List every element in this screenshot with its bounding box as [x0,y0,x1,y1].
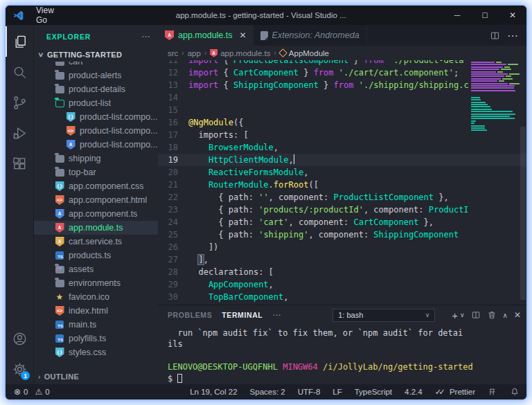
breadcrumb-label: AppModule [289,49,329,57]
status-4-2-4[interactable]: 4.2.4 [405,388,423,396]
ng-yellow-icon: A [55,237,64,246]
line-number: 22 [158,191,188,204]
chevron-right-icon: › [38,373,41,381]
tree-item-shipping[interactable]: shipping [34,152,158,165]
tree-item-product-alerts[interactable]: product-alerts [34,69,158,82]
tree-item-cart[interactable]: cart [34,62,158,69]
tree-item-label: app.component.css [69,181,143,191]
tree-item-main-ts[interactable]: TSmain.ts [34,318,158,332]
tree-item-top-bar[interactable]: top-bar [34,165,158,179]
outline-section[interactable]: › OUTLINE [34,369,158,384]
tree-item-label: products.ts [69,251,111,260]
code-line-26: 26 ]) [158,241,526,253]
close-button[interactable]: ✕ [499,6,526,25]
tree-item-product-list-compo-[interactable]: <>product-list.compo... [34,124,158,138]
editor-more-icon[interactable]: ⋯ [507,29,518,42]
tab-terminal[interactable]: TERMINAL [222,311,263,319]
tree-item-environments[interactable]: environments [34,276,158,290]
tree-item-products-ts[interactable]: TSproducts.ts [34,249,158,262]
tree-item-index-html[interactable]: <>index.html [34,304,158,318]
tab-app-module-ts[interactable]: A app.module.ts ✕ [158,25,254,46]
line-number: 17 [158,129,188,141]
minimap[interactable] [471,62,520,132]
breadcrumb-label: app.module.ts [220,49,270,57]
status-lf[interactable]: LF [332,388,342,396]
breadcrumb-label: app [188,49,201,57]
source-control-icon[interactable] [6,87,33,118]
status-utf-8[interactable]: UTF-8 [298,388,321,396]
line-number: 24 [158,216,188,228]
tree-item-styles-css[interactable]: {}styles.css [34,345,158,359]
status-ln-19-col-22[interactable]: Ln 19, Col 22 [190,388,237,396]
line-number: 11 [158,60,188,66]
prettier-status[interactable]: ✓✓ Prettier [435,387,475,397]
notifications-bell-icon[interactable] [510,387,520,397]
error-icon: ⊗ [14,387,21,397]
code-line-25: 25 { path: 'shipping', component: Shippi… [158,228,526,241]
maximize-panel-icon[interactable]: ∧ [503,312,508,319]
css-icon: {} [55,182,64,191]
tree-item-label: app.component.html [69,195,147,205]
tree-item-product-list-compo-[interactable]: {}product-list.compo... [34,110,158,124]
scrollbar-thumb[interactable] [520,127,526,300]
terminal-line: LENOVO@DESKTOP-UGQFNHL MINGW64 /i/JollyL… [168,361,526,373]
panel-more-icon[interactable]: ⋯ [272,310,281,320]
search-icon[interactable] [6,57,33,87]
menu-view[interactable]: View [30,6,76,15]
tree-item-label: environments [69,278,121,288]
tree-item-polyfills-ts[interactable]: TSpolyfills.ts [34,332,158,345]
line-number: 16 [158,116,188,129]
tree-item-product-details[interactable]: product-details [34,82,158,96]
tab-close-icon[interactable]: ✕ [240,30,247,40]
tree-item-product-list-compo-[interactable]: Aproduct-list.compo... [34,138,158,152]
line-number: 30 [158,291,188,303]
new-terminal-icon[interactable]: + [452,309,458,321]
assets-icon [55,265,64,274]
terminal-output[interactable]: run `npm audit fix` to fix them, or `npm… [158,325,526,385]
tree-item-cart-service-ts[interactable]: Acart.service.ts [34,235,158,249]
line-number: 26 [158,241,188,253]
html-icon: <> [55,307,64,316]
tree-root-getting-started[interactable]: ∨ GETTING-STARTED [34,48,158,62]
line-number: 25 [158,228,188,241]
tree-item-app-component-css[interactable]: {}app.component.css [34,179,158,193]
run-debug-icon[interactable] [6,118,33,148]
maximize-button[interactable]: ☐ [471,6,499,25]
terminal-panel: PROBLEMS TERMINAL ⋯ 1: bash ∨ + ∨ ∧ ✕ [158,305,526,385]
extensions-icon[interactable] [6,148,33,179]
editor-scrollbar[interactable] [520,60,526,305]
shell-select[interactable]: 1: bash ∨ [332,309,435,322]
tree-item-assets[interactable]: assets [34,262,158,276]
breadcrumb-src[interactable]: src [168,49,178,57]
tree-item-app-component-ts[interactable]: Aapp.component.ts [34,207,158,221]
tab-extension-andromeda[interactable]: Extension: Andromeda [254,25,367,46]
problems-status[interactable]: ⊗ 0 ⚠ 0 [14,387,50,397]
status-typescript[interactable]: TypeScript [355,388,392,396]
feedback-icon[interactable] [488,387,497,397]
code-line-28: 28 declarations: [ [158,266,526,278]
tab-problems[interactable]: PROBLEMS [168,311,212,319]
terminal-dropdown-icon[interactable]: ∨ [460,312,465,318]
breadcrumb-app[interactable]: app [188,49,201,57]
kill-terminal-trash-icon[interactable] [487,310,497,320]
breadcrumb-app.module.ts[interactable]: Aapp.module.ts [210,49,270,57]
tree-item-favicon-ico[interactable]: ★favicon.ico [34,290,158,304]
settings-gear-icon[interactable]: 1 [6,354,33,384]
account-icon[interactable] [6,323,33,354]
close-panel-icon[interactable]: ✕ [514,310,521,320]
split-editor-icon[interactable] [490,30,500,41]
status-spaces-2[interactable]: Spaces: 2 [250,388,285,396]
tree-item-app-component-html[interactable]: <>app.component.html [34,193,158,207]
menu-go[interactable]: Go [30,15,76,25]
tree-item-product-list[interactable]: product-list [34,96,158,110]
tree-item-app-module-ts[interactable]: Aapp.module.ts [34,221,158,235]
code-line-19: 19 HttpClientModule, [158,154,526,166]
code-editor[interactable]: 11import { ProductDetailsComponent } fro… [158,60,526,305]
breadcrumb-appmodule[interactable]: AppModule [280,49,329,57]
minimize-button[interactable]: ─ [443,6,471,25]
split-terminal-icon[interactable] [471,310,481,320]
vscode-logo-icon [12,10,24,21]
tree-item-label: index.html [69,306,108,316]
explorer-icon[interactable] [6,26,33,57]
sidebar-more-icon[interactable]: ⋯ [141,31,151,42]
